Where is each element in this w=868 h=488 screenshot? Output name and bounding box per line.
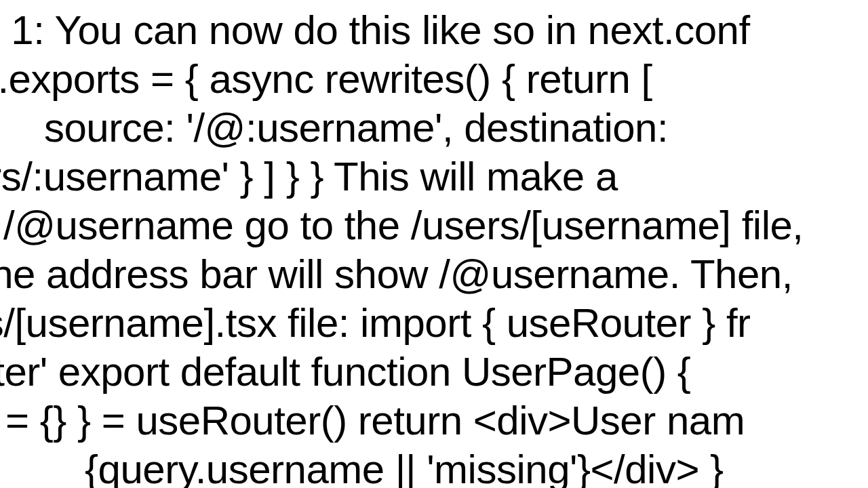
text-line-9: ery = {} } = useRouter() return <div>Use… [0, 396, 745, 445]
text-line-1: wer 1: You can now do this like so in ne… [0, 5, 750, 55]
text-line-7: ges/[username].tsx file: import { useRou… [0, 298, 751, 348]
text-line-3: source: '/@:username', destination: [44, 103, 668, 152]
text-line-4: sers/:username' } ] } } This will make a [0, 152, 618, 201]
text-line-2: lule.exports = { async rewrites() { retu… [0, 54, 652, 104]
text-line-6: the address bar will show /@username. Th… [0, 249, 793, 299]
text-line-10: {query.username || 'missing'}</div> } [85, 445, 724, 488]
text-line-8: router' export default function UserPage… [0, 347, 690, 396]
text-line-5: /@username go to the /users/[username] f… [3, 201, 804, 250]
